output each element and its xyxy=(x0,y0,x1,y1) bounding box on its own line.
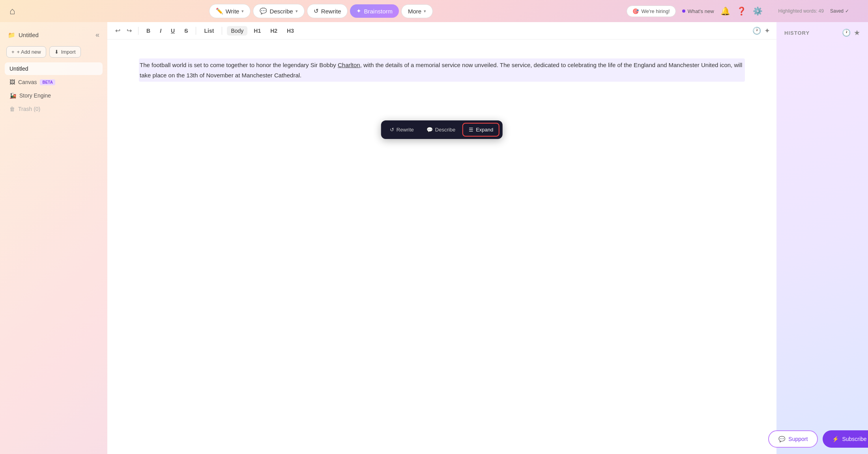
subscribe-button[interactable]: ⚡ Subscribe xyxy=(823,430,868,448)
toolbar-separator-1 xyxy=(138,27,138,35)
describe-icon: 💬 xyxy=(260,8,267,15)
support-button[interactable]: 💬 Support xyxy=(768,430,818,448)
strikethrough-button[interactable]: S xyxy=(181,26,191,36)
highlighted-words-label: Highlighted words: 49 xyxy=(778,8,824,14)
nav-center: ✏️ Write ▾ 💬 Describe ▾ ↺ Rewrite ✦ Brai… xyxy=(209,4,433,18)
rewrite-icon: ↺ xyxy=(314,8,319,15)
history-icons: 🕐 ★ xyxy=(842,28,860,37)
float-rewrite-button[interactable]: ↺ Rewrite xyxy=(384,123,419,137)
whats-new-label: What's new xyxy=(688,8,714,14)
more-button[interactable]: More ▾ xyxy=(401,4,433,18)
sidebar-title-area: 📁 Untitled xyxy=(8,32,39,39)
history-title: HISTORY xyxy=(784,30,810,36)
history-star-icon[interactable]: ★ xyxy=(854,28,860,37)
undo-icon[interactable]: ↩ xyxy=(114,25,122,36)
history-clock-icon[interactable]: 🕐 xyxy=(842,28,851,37)
nav-left: ⌂ xyxy=(9,6,15,17)
whats-new-link[interactable]: What's new xyxy=(682,8,714,14)
rewrite-label: Rewrite xyxy=(321,8,341,15)
add-new-button[interactable]: + + Add new xyxy=(6,46,46,58)
brainstorm-button[interactable]: ✦ Brainstorm xyxy=(350,4,399,18)
sidebar-item-story-engine-label: Story Engine xyxy=(19,92,51,99)
toolbar-actions: 🕐 ✦ xyxy=(752,26,770,35)
bell-icon[interactable]: 🔔 xyxy=(720,6,730,16)
underline-button[interactable]: U xyxy=(168,26,178,36)
sidebar-item-trash-label: Trash (0) xyxy=(18,106,40,112)
history-clock-icon[interactable]: 🕐 xyxy=(752,26,761,35)
main-layout: 📁 Untitled « + + Add new ⬇ Import Untitl… xyxy=(0,22,868,454)
editor-area: ↩ ↪ B I U S List Body H1 H2 H3 🕐 ✦ The f… xyxy=(107,22,776,454)
toolbar-separator-2 xyxy=(196,27,196,35)
float-rewrite-icon: ↺ xyxy=(390,127,394,133)
saved-status: Saved ✓ xyxy=(830,8,849,14)
hiring-badge[interactable]: 🎯 We're hiring! xyxy=(627,6,675,17)
settings-icon[interactable]: ⚙️ xyxy=(753,6,763,16)
trash-icon: 🗑 xyxy=(9,106,15,112)
home-icon[interactable]: ⌂ xyxy=(9,6,15,17)
float-expand-icon: ☰ xyxy=(469,127,473,133)
support-label: Support xyxy=(788,436,808,442)
toolbar-star-icon[interactable]: ✦ xyxy=(764,26,770,35)
status-bar: Highlighted words: 49 Saved ✓ xyxy=(769,6,859,16)
sidebar-item-untitled[interactable]: Untitled xyxy=(5,62,103,75)
editor-content[interactable]: The football world is set to come togeth… xyxy=(107,39,776,454)
history-header: HISTORY 🕐 ★ xyxy=(776,22,868,42)
italic-button[interactable]: I xyxy=(157,26,165,36)
beta-badge: BETA xyxy=(40,79,55,85)
float-describe-label: Describe xyxy=(435,127,455,133)
hiring-label: We're hiring! xyxy=(641,8,670,14)
sidebar-collapse-icon[interactable]: « xyxy=(95,31,99,39)
top-nav: ⌂ ✏️ Write ▾ 💬 Describe ▾ ↺ Rewrite ✦ Br… xyxy=(0,0,868,22)
sidebar-item-untitled-label: Untitled xyxy=(9,66,28,72)
float-expand-label: Expand xyxy=(476,127,493,133)
write-label: Write xyxy=(226,8,239,15)
describe-chevron-icon: ▾ xyxy=(296,9,298,14)
float-describe-button[interactable]: 💬 Describe xyxy=(421,123,461,137)
write-chevron-icon: ▾ xyxy=(241,9,244,14)
sidebar-item-canvas[interactable]: 🖼 Canvas BETA xyxy=(5,76,103,88)
brainstorm-label: Brainstorm xyxy=(364,8,393,15)
describe-label: Describe xyxy=(269,8,293,15)
right-panel: HISTORY 🕐 ★ 💬 Support ⚡ Subscribe xyxy=(776,22,868,454)
sidebar-actions: + + Add new ⬇ Import xyxy=(5,45,103,59)
editor-paragraph[interactable]: The football world is set to come togeth… xyxy=(139,58,745,82)
sidebar-nav: Untitled 🖼 Canvas BETA 🚂 Story Engine 🗑 … xyxy=(5,62,103,115)
describe-button[interactable]: 💬 Describe ▾ xyxy=(253,4,304,18)
hiring-icon: 🎯 xyxy=(632,8,639,14)
editor-toolbar: ↩ ↪ B I U S List Body H1 H2 H3 🕐 ✦ xyxy=(107,22,776,39)
rewrite-button[interactable]: ↺ Rewrite xyxy=(307,4,348,18)
h3-button[interactable]: H3 xyxy=(284,26,297,36)
list-button[interactable]: List xyxy=(201,26,217,36)
float-describe-icon: 💬 xyxy=(427,127,433,133)
sidebar-header: 📁 Untitled « xyxy=(5,28,103,41)
bold-button[interactable]: B xyxy=(143,26,153,36)
import-button[interactable]: ⬇ Import xyxy=(49,46,81,58)
saved-checkmark-icon: ✓ xyxy=(845,8,849,14)
floating-toolbar: ↺ Rewrite 💬 Describe ☰ Expand xyxy=(381,120,503,139)
float-expand-button[interactable]: ☰ Expand xyxy=(462,123,499,137)
help-icon[interactable]: ❓ xyxy=(737,6,746,16)
history-content xyxy=(776,42,868,424)
sidebar-title: Untitled xyxy=(19,32,39,38)
write-icon: ✏️ xyxy=(216,8,223,15)
float-rewrite-label: Rewrite xyxy=(397,127,414,133)
nav-icons: 🔔 ❓ ⚙️ xyxy=(720,6,763,16)
subscribe-icon: ⚡ xyxy=(832,436,839,442)
h2-button[interactable]: H2 xyxy=(267,26,281,36)
sidebar-item-trash[interactable]: 🗑 Trash (0) xyxy=(5,103,103,115)
import-icon: ⬇ xyxy=(54,49,59,55)
add-icon: + xyxy=(11,49,15,55)
body-dropdown[interactable]: Body xyxy=(227,26,247,36)
sidebar-item-story-engine[interactable]: 🚂 Story Engine xyxy=(5,89,103,102)
story-engine-icon: 🚂 xyxy=(9,92,16,99)
canvas-icon: 🖼 xyxy=(9,79,15,85)
folder-icon: 📁 xyxy=(8,32,15,39)
redo-icon[interactable]: ↪ xyxy=(125,25,133,36)
subscribe-label: Subscribe xyxy=(842,436,866,442)
support-icon: 💬 xyxy=(778,436,785,442)
brainstorm-icon: ✦ xyxy=(356,8,361,15)
write-button[interactable]: ✏️ Write ▾ xyxy=(209,4,251,18)
h1-button[interactable]: H1 xyxy=(251,26,264,36)
sidebar: 📁 Untitled « + + Add new ⬇ Import Untitl… xyxy=(0,22,107,454)
bottom-buttons: 💬 Support ⚡ Subscribe xyxy=(776,424,868,454)
